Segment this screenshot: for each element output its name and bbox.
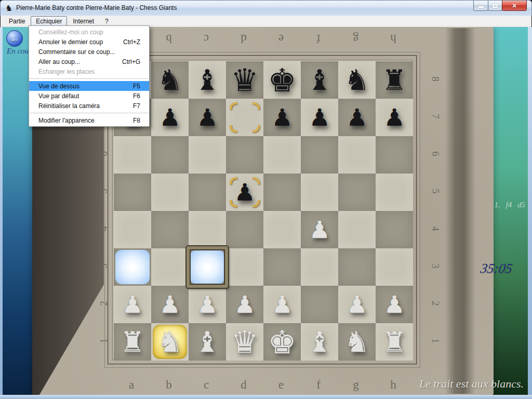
menubar-item-echiquier[interactable]: Echiquier: [31, 16, 67, 26]
square-a5[interactable]: [114, 174, 151, 211]
square-g2[interactable]: ♟: [338, 286, 376, 323]
menu-item-conseillez-moi-un-coup[interactable]: Conseillez-moi un coup: [29, 27, 149, 37]
square-e8[interactable]: ♚: [263, 61, 301, 99]
square-g3[interactable]: [338, 248, 376, 286]
black-knight-b8[interactable]: ♞: [151, 61, 189, 99]
menubar-item-internet[interactable]: Internet: [68, 16, 99, 26]
white-pawn-d2[interactable]: ♟: [226, 286, 263, 323]
square-g5[interactable]: [338, 174, 376, 211]
square-b2[interactable]: ♟: [151, 286, 189, 323]
square-e7[interactable]: ♟: [263, 99, 301, 136]
square-f2[interactable]: [301, 286, 338, 323]
square-g8[interactable]: ♞: [338, 61, 376, 99]
menubar-item-partie[interactable]: Partie: [4, 16, 30, 26]
square-a4[interactable]: [114, 211, 151, 248]
square-b1[interactable]: ♞: [151, 323, 189, 361]
white-queen-d1[interactable]: ♛: [226, 323, 263, 361]
black-king-e8[interactable]: ♚: [263, 61, 301, 99]
square-g7[interactable]: ♟: [338, 99, 376, 136]
square-h6[interactable]: [376, 136, 413, 174]
square-f7[interactable]: ♟: [301, 99, 338, 136]
black-queen-d8[interactable]: ♛: [226, 61, 263, 99]
black-pawn-h7[interactable]: ♟: [376, 99, 413, 136]
square-b5[interactable]: [151, 174, 189, 211]
white-king-e1[interactable]: ♚: [263, 323, 301, 361]
square-a3[interactable]: [114, 248, 151, 286]
white-bishop-c1[interactable]: ♝: [189, 323, 226, 361]
square-a2[interactable]: ♟: [114, 286, 151, 323]
black-bishop-c8[interactable]: ♝: [189, 61, 226, 99]
square-c7[interactable]: ♟: [189, 99, 226, 136]
square-f4[interactable]: ♟: [301, 211, 338, 248]
white-pawn-g2[interactable]: ♟: [338, 286, 376, 323]
menu-item-modifier-l-apparence[interactable]: Modifier l'apparenceF8: [29, 115, 149, 125]
square-d4[interactable]: [226, 211, 263, 248]
square-c1[interactable]: ♝: [189, 323, 226, 361]
square-d5[interactable]: ♟: [226, 174, 263, 211]
menu-item-commentaire-sur-ce-coup-[interactable]: Commentaire sur ce coup...: [29, 47, 149, 57]
title-bar[interactable]: ♞ Pierre-Marie Baty contre Pierre-Marie …: [0, 0, 532, 16]
black-pawn-b7[interactable]: ♟: [151, 99, 189, 136]
white-pawn-a2[interactable]: ♟: [114, 286, 151, 323]
square-d6[interactable]: [226, 136, 263, 174]
white-rook-h1[interactable]: ♜: [376, 323, 413, 361]
square-f1[interactable]: ♝: [301, 323, 338, 361]
square-f8[interactable]: ♝: [301, 61, 338, 99]
square-d1[interactable]: ♛: [226, 323, 263, 361]
square-e6[interactable]: [263, 136, 301, 174]
white-rook-a1[interactable]: ♜: [114, 323, 151, 361]
square-h4[interactable]: [376, 211, 413, 248]
close-button[interactable]: ×: [502, 1, 527, 11]
square-b8[interactable]: ♞: [151, 61, 189, 99]
black-rook-h8[interactable]: ♜: [376, 61, 413, 99]
white-knight-g1[interactable]: ♞: [338, 323, 376, 361]
square-g6[interactable]: [338, 136, 376, 174]
square-h1[interactable]: ♜: [376, 323, 413, 361]
white-pawn-h2[interactable]: ♟: [376, 286, 413, 323]
square-g4[interactable]: [338, 211, 376, 248]
square-d7[interactable]: [226, 99, 263, 136]
square-e5[interactable]: [263, 174, 301, 211]
square-e4[interactable]: [263, 211, 301, 248]
square-c2[interactable]: ♟: [189, 286, 226, 323]
menubar-item--[interactable]: ?: [100, 16, 114, 26]
square-c8[interactable]: ♝: [189, 61, 226, 99]
square-f6[interactable]: [301, 136, 338, 174]
square-e1[interactable]: ♚: [263, 323, 301, 361]
black-pawn-f7[interactable]: ♟: [301, 99, 338, 136]
square-h5[interactable]: [376, 174, 413, 211]
menu-item-vue-de-dessus[interactable]: Vue de dessusF5: [29, 81, 149, 91]
square-e2[interactable]: ♟: [263, 286, 301, 323]
menu-item-annuler-le-dernier-coup[interactable]: Annuler le dernier coupCtrl+Z: [29, 37, 149, 47]
white-pawn-c2[interactable]: ♟: [189, 286, 226, 323]
square-g1[interactable]: ♞: [338, 323, 376, 361]
black-pawn-g7[interactable]: ♟: [338, 99, 376, 136]
menu-item-r-initialiser-la-cam-ra[interactable]: Réinitialiser la caméraF7: [29, 101, 149, 111]
square-c5[interactable]: [189, 174, 226, 211]
black-knight-g8[interactable]: ♞: [338, 61, 376, 99]
square-e3[interactable]: [263, 248, 301, 286]
black-bishop-f8[interactable]: ♝: [301, 61, 338, 99]
white-pawn-b2[interactable]: ♟: [151, 286, 189, 323]
square-a6[interactable]: [114, 136, 151, 174]
black-pawn-c7[interactable]: ♟: [189, 99, 226, 136]
square-c4[interactable]: [189, 211, 226, 248]
square-h7[interactable]: ♟: [376, 99, 413, 136]
square-b6[interactable]: [151, 136, 189, 174]
menu-item-echanger-les-places[interactable]: Echanger les places: [29, 66, 149, 76]
back-button[interactable]: ←: [6, 30, 23, 47]
square-d8[interactable]: ♛: [226, 61, 263, 99]
square-f5[interactable]: [301, 174, 338, 211]
square-f3[interactable]: [301, 248, 338, 286]
menu-item-vue-par-d-faut[interactable]: Vue par défautF6: [29, 91, 149, 101]
square-d2[interactable]: ♟: [226, 286, 263, 323]
white-bishop-f1[interactable]: ♝: [301, 323, 338, 361]
square-c6[interactable]: [189, 136, 226, 174]
black-pawn-e7[interactable]: ♟: [263, 99, 301, 136]
square-h8[interactable]: ♜: [376, 61, 413, 99]
square-d3[interactable]: [226, 248, 263, 286]
square-b4[interactable]: [151, 211, 189, 248]
square-a1[interactable]: ♜: [114, 323, 151, 361]
white-pawn-f4[interactable]: ♟: [301, 211, 338, 248]
white-pawn-e2[interactable]: ♟: [263, 286, 301, 323]
